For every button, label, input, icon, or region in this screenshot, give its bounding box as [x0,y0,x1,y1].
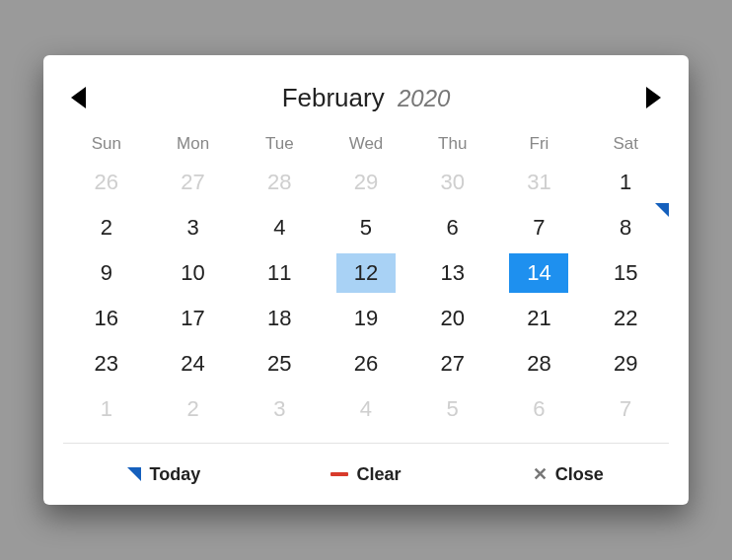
next-month-button[interactable] [639,83,669,112]
day-cell[interactable]: 2 [63,205,150,250]
day-cell[interactable]: 29 [323,160,409,205]
day-cell[interactable]: 28 [496,341,583,386]
day-cell[interactable]: 27 [409,341,496,386]
weekday-label: Thu [409,128,496,160]
chevron-left-icon [71,87,86,108]
day-cell[interactable]: 26 [323,341,409,386]
day-cell[interactable]: 5 [323,205,409,250]
day-number: 30 [423,163,482,202]
month-year-title[interactable]: February 2020 [282,83,451,113]
day-number: 16 [77,299,136,338]
day-number: 19 [336,299,396,338]
date-picker: February 2020 Sun Mon Tue Wed Thu Fri Sa… [43,55,689,505]
day-number: 2 [164,389,223,429]
day-cell[interactable]: 26 [63,160,150,205]
day-number: 29 [596,344,655,384]
day-number: 2 [77,208,136,247]
day-number: 20 [423,299,482,338]
day-cell[interactable]: 3 [236,386,323,432]
day-cell[interactable]: 1 [63,386,150,432]
day-number: 5 [336,208,396,247]
year-label: 2020 [398,85,450,111]
today-marker-icon [127,467,141,481]
day-cell[interactable]: 20 [409,296,496,341]
day-cell[interactable]: 7 [496,205,583,250]
day-number: 21 [509,299,568,338]
day-number: 26 [77,163,136,202]
day-cell[interactable]: 22 [582,296,669,341]
clear-icon [330,472,348,476]
day-number: 31 [509,163,568,202]
weekday-label: Tue [236,128,323,160]
calendar-footer: Today Clear ✕ Close [63,443,669,505]
day-number: 25 [250,344,309,384]
day-number: 4 [250,208,309,247]
prev-month-button[interactable] [63,83,93,112]
day-cell[interactable]: 15 [582,250,669,296]
day-cell[interactable]: 8 [582,205,669,250]
day-number: 18 [250,299,309,338]
day-cell[interactable]: 4 [323,386,409,432]
day-cell[interactable]: 9 [63,250,150,296]
day-number: 1 [77,389,136,429]
day-cell[interactable]: 7 [582,386,669,432]
day-cell[interactable]: 13 [409,250,496,296]
day-number: 6 [509,389,568,429]
day-cell[interactable]: 25 [236,341,323,386]
day-number: 27 [164,163,223,202]
close-icon: ✕ [533,463,548,485]
day-number: 3 [164,208,223,247]
day-cell[interactable]: 6 [409,205,496,250]
today-button[interactable]: Today [63,464,265,485]
day-cell[interactable]: 6 [496,386,583,432]
day-number: 3 [250,389,309,429]
day-number: 5 [423,389,482,429]
day-cell[interactable]: 11 [236,250,323,296]
day-number: 4 [336,389,396,429]
day-number: 23 [77,344,136,384]
day-cell[interactable]: 5 [409,386,496,432]
clear-button[interactable]: Clear [265,464,468,485]
day-number: 17 [164,299,223,338]
day-cell[interactable]: 17 [150,296,237,341]
clear-label: Clear [356,464,401,485]
day-cell[interactable]: 23 [63,341,150,386]
day-number: 13 [423,253,482,293]
day-number: 22 [596,299,655,338]
weekday-label: Fri [496,128,583,160]
day-number: 1 [596,163,655,202]
day-cell[interactable]: 3 [150,205,237,250]
day-cell[interactable]: 29 [582,341,669,386]
weekday-row: Sun Mon Tue Wed Thu Fri Sat [63,128,669,160]
day-number: 7 [596,389,655,429]
day-cell[interactable]: 27 [150,160,237,205]
day-number: 28 [250,163,309,202]
day-cell[interactable]: 16 [63,296,150,341]
day-cell[interactable]: 2 [150,386,237,432]
day-number: 9 [77,253,136,293]
day-number: 7 [509,208,568,247]
day-number: 24 [164,344,223,384]
day-grid: 2627282930311234567891011121314151617181… [63,160,669,432]
day-cell[interactable]: 4 [236,205,323,250]
day-cell[interactable]: 1 [582,160,669,205]
day-cell[interactable]: 18 [236,296,323,341]
day-cell[interactable]: 28 [236,160,323,205]
day-number: 10 [164,253,223,293]
day-number: 8 [596,208,655,247]
day-number: 29 [336,163,396,202]
weekday-label: Wed [323,128,409,160]
day-number: 26 [336,344,396,384]
day-cell[interactable]: 24 [150,341,237,386]
day-cell[interactable]: 10 [150,250,237,296]
day-cell[interactable]: 21 [496,296,583,341]
day-cell[interactable]: 31 [496,160,583,205]
day-cell[interactable]: 12 [323,250,409,296]
close-button[interactable]: ✕ Close [467,463,669,485]
day-cell[interactable]: 19 [323,296,409,341]
month-label: February [282,83,385,112]
day-cell[interactable]: 30 [409,160,496,205]
day-cell[interactable]: 14 [496,250,583,296]
weekday-label: Sun [63,128,150,160]
day-number: 12 [336,253,396,293]
